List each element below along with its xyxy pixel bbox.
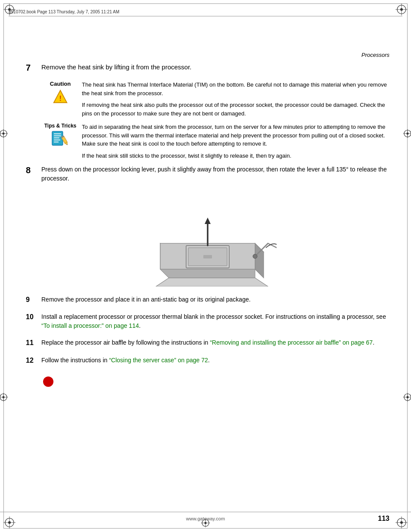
step-12-number: 12 bbox=[26, 356, 40, 365]
svg-marker-53 bbox=[160, 269, 255, 278]
step-12-link[interactable]: “Closing the server case” on page 72 bbox=[109, 357, 208, 364]
svg-rect-41 bbox=[54, 137, 59, 138]
step-10-link[interactable]: “To install a processor:” on page 114 bbox=[41, 322, 139, 329]
caution-icon: ! bbox=[52, 89, 68, 105]
step-7-number: 7 bbox=[26, 62, 40, 73]
header-filename: 8510702.book Page 113 Thursday, July 7, … bbox=[9, 9, 119, 14]
content-area: 7 Remove the heat sink by lifting it fro… bbox=[26, 62, 389, 388]
step-11-number: 11 bbox=[26, 338, 40, 348]
side-mark-left-top bbox=[0, 129, 8, 139]
tips-label-text: Tips & Tricks bbox=[44, 123, 76, 129]
step-9-number: 9 bbox=[26, 295, 40, 305]
footer-url: www.gateway.com bbox=[39, 516, 372, 521]
step-11-link[interactable]: “Removing and installing the processor a… bbox=[210, 339, 373, 346]
caution-block: Caution ! The heat sink has Thermal Inte… bbox=[43, 81, 389, 118]
step-12: 12 Follow the instructions in “Closing t… bbox=[26, 356, 389, 365]
svg-rect-56 bbox=[203, 255, 212, 258]
processor-svg bbox=[139, 192, 277, 286]
step-10-number: 10 bbox=[26, 312, 40, 322]
caution-content: The heat sink has Thermal Interface Mate… bbox=[82, 81, 389, 118]
tips-label-area: Tips & Tricks bbox=[43, 123, 78, 147]
step-12-text: Follow the instructions in “Closing the … bbox=[41, 356, 389, 365]
caution-para1: The heat sink has Thermal Interface Mate… bbox=[82, 81, 389, 97]
tips-content: To aid in separating the heat sink from … bbox=[82, 123, 389, 160]
side-mark-left-bottom bbox=[0, 393, 8, 403]
footer: www.gateway.com 113 bbox=[0, 512, 411, 523]
caution-label-text: Caution bbox=[50, 81, 71, 87]
step-12-text-after: . bbox=[208, 357, 210, 364]
step-8: 8 Press down on the processor locking le… bbox=[26, 165, 389, 183]
svg-marker-48 bbox=[156, 278, 268, 286]
step-7: 7 Remove the heat sink by lifting it fro… bbox=[26, 62, 389, 73]
svg-point-59 bbox=[253, 254, 257, 258]
svg-rect-42 bbox=[54, 140, 60, 140]
step-11: 11 Replace the processor air baffle by f… bbox=[26, 338, 389, 348]
svg-rect-40 bbox=[54, 135, 61, 136]
svg-rect-43 bbox=[54, 142, 59, 143]
section-title: Processors bbox=[361, 52, 389, 58]
tips-icon bbox=[51, 131, 69, 147]
footer-page-number: 113 bbox=[372, 515, 389, 523]
side-mark-right-bottom bbox=[403, 393, 411, 403]
step-11-text-before: Replace the processor air baffle by foll… bbox=[41, 339, 210, 346]
step-11-text-after: . bbox=[373, 339, 374, 346]
tips-para1: To aid in separating the heat sink from … bbox=[82, 123, 389, 148]
side-mark-right-top bbox=[403, 129, 411, 139]
step-8-number: 8 bbox=[26, 165, 40, 175]
step-11-text: Replace the processor air baffle by foll… bbox=[41, 338, 389, 347]
step-12-text-before: Follow the instructions in bbox=[41, 357, 109, 364]
step-10-text-after: . bbox=[139, 322, 140, 329]
step-10-text: Install a replacement processor or proce… bbox=[41, 312, 389, 330]
step-7-text: Remove the heat sink by lifting it from … bbox=[41, 62, 389, 72]
step-9: 9 Remove the processor and place it in a… bbox=[26, 295, 389, 305]
svg-marker-61 bbox=[205, 218, 211, 224]
header-bar: 8510702.book Page 113 Thursday, July 7, … bbox=[9, 9, 402, 16]
tips-para2: If the heat sink still sticks to the pro… bbox=[82, 152, 389, 160]
step-8-text: Press down on the processor locking leve… bbox=[41, 165, 389, 183]
caution-para2: If removing the heat sink also pulls the… bbox=[82, 101, 389, 118]
processor-illustration bbox=[26, 192, 389, 286]
caution-label-area: Caution ! bbox=[43, 81, 78, 105]
step-10-text-before: Install a replacement processor or proce… bbox=[41, 313, 386, 320]
svg-rect-39 bbox=[54, 134, 61, 134]
step-10: 10 Install a replacement processor or pr… bbox=[26, 312, 389, 330]
tips-block: Tips & Tricks To aid in separating the bbox=[43, 123, 389, 160]
svg-text:!: ! bbox=[59, 94, 62, 103]
step-9-text: Remove the processor and place it in an … bbox=[41, 295, 389, 304]
stop-icon bbox=[43, 376, 53, 387]
